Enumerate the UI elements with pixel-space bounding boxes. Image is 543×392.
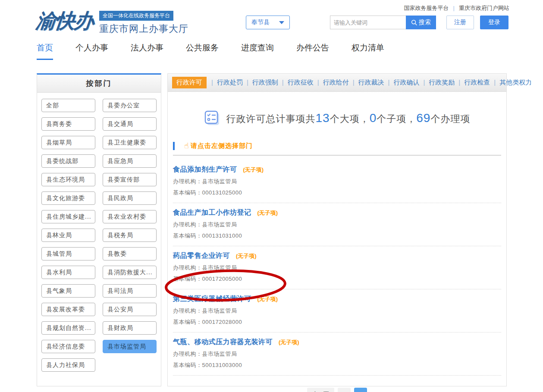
nav-item[interactable]: 首页 [37, 42, 53, 60]
service-item-tag: (无子项) [236, 252, 257, 260]
power-type-tab[interactable]: 行政许可 [172, 77, 207, 88]
department-button[interactable]: 县司法局 [103, 284, 157, 298]
previous-page-button[interactable]: 上一页 [307, 388, 334, 392]
summary-prefix: 行政许可总计事项共 [226, 113, 316, 124]
power-type-tab[interactable]: 行政给付 [314, 77, 349, 88]
service-item-title[interactable]: 食品生产加工小作坊登记 [173, 208, 251, 217]
department-button[interactable]: 县委统战部 [41, 154, 95, 168]
department-button[interactable]: 县住房城乡建... [41, 210, 95, 223]
code-label: 基本编码： [173, 319, 202, 325]
department-button[interactable]: 县民政局 [103, 191, 157, 205]
hint-text: 请点击左侧选择部门 [191, 142, 253, 150]
nav-item[interactable]: 个人办事 [75, 42, 108, 60]
department-button[interactable]: 县公安局 [103, 303, 157, 316]
power-type-tab[interactable]: 行政强制 [243, 77, 278, 88]
nav-item[interactable]: 法人办事 [131, 42, 163, 60]
code-label: 基本编码： [173, 232, 202, 239]
service-item-title[interactable]: 药品零售企业许可 [173, 251, 230, 260]
department-button[interactable]: 县教委 [103, 247, 157, 260]
national-platform-link[interactable]: 国家政务服务平台 [404, 5, 449, 11]
service-code-line: 基本编码：000172005000 [173, 275, 501, 283]
department-button[interactable]: 全部 [41, 99, 95, 112]
region-selected-value: 奉节县 [251, 19, 270, 26]
department-button[interactable]: 县文化旅游委 [41, 191, 95, 205]
pagination: 上一页 12 [168, 388, 506, 392]
service-code-line: 基本编码：000131031000 [173, 232, 501, 240]
department-button[interactable]: 县商务委 [41, 117, 95, 131]
service-item-title[interactable]: 气瓶、移动式压力容器充装许可 [173, 338, 273, 347]
agency-value: 县市场监管局 [202, 221, 237, 228]
search-input[interactable] [330, 16, 406, 29]
department-button[interactable]: 县卫生健康委 [103, 136, 157, 149]
power-type-tabs: 行政许可行政处罚行政强制行政征收行政给付行政裁决行政确认行政奖励行政检查其他类权… [168, 74, 506, 92]
department-button[interactable]: 县市场监管局 [103, 340, 157, 353]
department-button[interactable]: 县委办公室 [103, 99, 157, 112]
department-button[interactable]: 县城管局 [41, 247, 95, 260]
service-item: 食品生产加工小作坊登记 (无子项) 办理机构：县市场监管局 基本编码：00013… [173, 203, 501, 246]
department-button[interactable]: 县税务局 [103, 229, 157, 242]
nav-item[interactable]: 进度查询 [241, 42, 274, 60]
department-button[interactable]: 县气象局 [41, 284, 95, 298]
service-item-tag: (无子项) [243, 166, 264, 174]
power-type-tab[interactable]: 行政检查 [455, 77, 490, 88]
department-button[interactable]: 县财政局 [103, 321, 157, 335]
link-separator: | [453, 5, 455, 11]
code-label: 基本编码： [173, 362, 202, 368]
service-agency-line: 办理机构：县市场监管局 [173, 178, 501, 185]
service-agency-line: 办理机构：县市场监管局 [173, 350, 501, 358]
department-button[interactable]: 县人力社保局 [41, 358, 95, 372]
hint-accent-bar [173, 142, 175, 150]
service-item-list: 食品添加剂生产许可 (无子项) 办理机构：县市场监管局 基本编码：0001310… [168, 156, 506, 376]
service-item-title[interactable]: 食品添加剂生产许可 [173, 165, 237, 174]
region-selector[interactable]: 奉节县 [246, 16, 290, 29]
code-value: 000131025000 [202, 189, 242, 196]
page-number-button[interactable]: 1 [338, 388, 351, 392]
chongqing-portal-link[interactable]: 重庆市政府门户网站 [459, 5, 509, 11]
service-agency-line: 办理机构：县市场监管局 [173, 221, 501, 229]
agency-label: 办理机构： [173, 307, 202, 314]
power-type-tab[interactable]: 行政确认 [384, 77, 420, 88]
code-value: 000172028000 [202, 319, 242, 325]
login-button[interactable]: 登录 [480, 16, 508, 29]
power-type-tab[interactable]: 其他类权力 [490, 77, 532, 88]
department-button[interactable]: 县发展改革委 [41, 303, 95, 316]
handle-suffix: 个办理项 [430, 113, 470, 124]
register-button[interactable]: 注册 [446, 16, 474, 29]
hint-row: ☝ 请点击左侧选择部门 [173, 141, 506, 151]
agency-value: 县市场监管局 [202, 307, 237, 314]
nav-item[interactable]: 公共服务 [186, 42, 219, 60]
search-button[interactable]: 搜索 [406, 16, 436, 29]
handle-count: 69 [416, 111, 430, 125]
major-suffix: 个大项， [330, 113, 370, 124]
department-button[interactable]: 县消防救援大... [103, 266, 157, 279]
department-button[interactable]: 县烟草局 [41, 136, 95, 149]
service-item-tag: (无子项) [257, 295, 278, 303]
department-button[interactable]: 县水利局 [41, 266, 95, 279]
search-button-label: 搜索 [419, 19, 431, 26]
service-code-line: 基本编码：000172028000 [173, 318, 501, 326]
department-button[interactable]: 县规划自然资... [41, 321, 95, 335]
nav-item[interactable]: 办件公告 [296, 42, 329, 60]
search-icon [411, 19, 417, 26]
department-button[interactable]: 县农业农村委 [103, 210, 157, 223]
agency-label: 办理机构： [173, 264, 202, 271]
power-type-tab[interactable]: 行政处罚 [207, 77, 243, 88]
agency-value: 县市场监管局 [202, 264, 237, 271]
nav-item[interactable]: 权力清单 [352, 42, 384, 60]
department-button[interactable]: 县经济信息委 [41, 340, 95, 353]
department-sidebar: 按部门 全部县委办公室县商务委县交通局县烟草局县卫生健康委县委统战部县应急局县生… [37, 73, 161, 386]
department-button[interactable]: 县委宣传部 [103, 173, 157, 186]
page-number-button[interactable]: 2 [354, 388, 367, 392]
sub-count: 0 [370, 111, 377, 125]
power-type-tab[interactable]: 行政征收 [278, 77, 314, 88]
service-item: 食品添加剂生产许可 (无子项) 办理机构：县市场监管局 基本编码：0001310… [173, 160, 501, 203]
power-type-tab[interactable]: 行政奖励 [419, 77, 455, 88]
department-button[interactable]: 县林业局 [41, 229, 95, 242]
department-button[interactable]: 县应急局 [103, 154, 157, 168]
code-value: 000131031000 [202, 232, 242, 239]
agency-label: 办理机构： [173, 221, 202, 228]
service-item-title[interactable]: 第三类医疗器械经营许可 [173, 295, 251, 304]
department-button[interactable]: 县交通局 [103, 117, 157, 131]
power-type-tab[interactable]: 行政裁决 [349, 77, 384, 88]
department-button[interactable]: 县生态环境局 [41, 173, 95, 186]
